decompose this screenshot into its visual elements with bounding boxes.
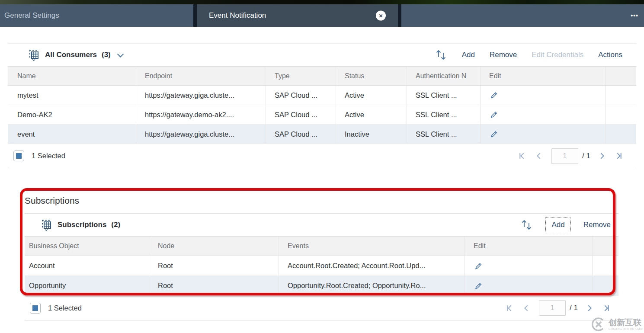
column-header-business-object[interactable]: Business Object [25, 237, 149, 256]
subscriptions-footer: 1 Selected / 1 [25, 296, 618, 320]
cell-status: Inactive [336, 125, 407, 144]
subscriptions-count-badge: (2) [111, 221, 120, 229]
cell-name: mytest [8, 86, 136, 105]
subscription-row-account[interactable]: Account Root Account.Root.Created; Accou… [25, 256, 618, 276]
edit-pencil-icon[interactable] [489, 129, 499, 139]
tab-general-settings[interactable]: General Settings [0, 4, 193, 27]
add-subscription-button[interactable]: Add [545, 218, 570, 232]
remove-subscription-button[interactable]: Remove [583, 221, 611, 229]
next-page-icon[interactable] [586, 304, 594, 312]
overflow-menu-icon[interactable]: ••• [631, 12, 638, 19]
background-image-strip [0, 0, 644, 4]
cell-status: Active [336, 105, 407, 124]
column-header-events[interactable]: Events [279, 237, 465, 256]
table-view-icon[interactable] [41, 219, 52, 231]
previous-page-icon[interactable] [535, 152, 543, 160]
subscriptions-table: Subscriptions (2) Add Remove [25, 213, 618, 320]
remove-consumer-button[interactable]: Remove [490, 51, 517, 59]
cell-empty [606, 86, 636, 105]
consumer-row-mytest[interactable]: mytest https://gateway.giga.cluste... SA… [8, 86, 636, 105]
consumers-count-badge: (3) [102, 51, 111, 59]
cell-endpoint: https://gateway.giga.cluste... [136, 86, 266, 105]
close-tab-button[interactable]: ✕ [376, 11, 386, 21]
last-page-icon[interactable] [615, 152, 623, 160]
cell-authentication: SSL Client ... [407, 125, 481, 144]
cell-status: Active [336, 86, 407, 105]
cell-edit [481, 125, 606, 144]
column-header-empty [593, 237, 618, 256]
subscriptions-title-group: Subscriptions (2) [41, 219, 120, 231]
first-page-icon[interactable] [505, 304, 513, 312]
consumer-row-demo-ak2[interactable]: Demo-AK2 https://gateway.demo-ak2.... SA… [8, 105, 636, 125]
page-number-input[interactable] [539, 300, 566, 316]
edit-pencil-icon[interactable] [489, 110, 499, 119]
cell-edit [465, 256, 593, 275]
cell-events: Opportunity.Root.Created; Opportunity.Ro… [279, 276, 465, 295]
cell-node: Root [149, 256, 279, 275]
subscription-row-opportunity[interactable]: Opportunity Root Opportunity.Root.Create… [25, 276, 618, 296]
select-all-checkbox[interactable] [13, 150, 24, 161]
cell-type: SAP Cloud ... [266, 86, 336, 105]
cell-edit [465, 276, 593, 295]
edit-pencil-icon[interactable] [474, 261, 483, 271]
column-header-type[interactable]: Type [266, 67, 336, 85]
edit-pencil-icon[interactable] [474, 281, 483, 291]
cell-empty [606, 105, 636, 124]
cell-business-object: Opportunity [25, 276, 149, 295]
column-header-edit[interactable]: Edit [481, 67, 606, 85]
actions-button[interactable]: Actions [598, 51, 622, 59]
cell-edit [481, 86, 606, 105]
column-header-edit[interactable]: Edit [465, 237, 593, 256]
cell-events: Account.Root.Created; Account.Root.Upd..… [279, 256, 465, 275]
cell-empty [593, 276, 618, 295]
next-page-icon[interactable] [598, 152, 606, 160]
tab-event-notification-label: Event Notification [209, 11, 266, 20]
cell-type: SAP Cloud ... [266, 105, 336, 124]
tab-bar-overflow-area: ••• [401, 4, 644, 27]
checkbox-partial-mark [32, 305, 38, 311]
column-header-authentication[interactable]: Authentication N [407, 67, 481, 85]
sort-icon[interactable] [521, 219, 533, 231]
consumers-title-group: All Consumers (3) [29, 49, 124, 61]
consumers-toolbar: All Consumers (3) Add Remove Edit [8, 44, 636, 66]
add-consumer-button[interactable]: Add [462, 51, 475, 59]
watermark-text: 创新互联 CHUANG XIN HU LIAN [609, 318, 643, 330]
subscriptions-header-row: Business Object Node Events Edit [25, 236, 618, 256]
subscriptions-section-title: Subscriptions [25, 188, 618, 213]
watermark-en-label: CHUANG XIN HU LIAN [609, 327, 643, 330]
watermark-cn-label: 创新互联 [609, 318, 641, 327]
watermark: 创新互联 CHUANG XIN HU LIAN [591, 317, 643, 332]
tab-event-notification[interactable]: Event Notification ✕ [197, 4, 398, 27]
first-page-icon[interactable] [518, 152, 526, 160]
page-number-input[interactable] [551, 148, 578, 164]
column-header-node[interactable]: Node [149, 237, 279, 256]
selected-count-label: 1 Selected [32, 152, 65, 160]
subscriptions-table-title: Subscriptions [58, 221, 106, 229]
subscriptions-paginator: / 1 [505, 300, 611, 316]
table-view-icon[interactable] [29, 49, 39, 61]
column-header-name[interactable]: Name [8, 67, 136, 85]
cell-endpoint: https://gateway.demo-ak2.... [136, 105, 266, 124]
last-page-icon[interactable] [602, 304, 611, 312]
cell-authentication: SSL Client ... [407, 86, 481, 105]
consumers-paginator: / 1 [518, 148, 623, 164]
column-header-status[interactable]: Status [336, 67, 407, 85]
consumer-row-event[interactable]: event https://gateway.giga.cluste... SAP… [8, 125, 636, 144]
select-all-checkbox[interactable] [30, 303, 41, 314]
close-icon: ✕ [378, 13, 383, 19]
column-header-endpoint[interactable]: Endpoint [136, 67, 266, 85]
cell-name: Demo-AK2 [8, 105, 136, 124]
consumers-footer: 1 Selected / 1 [8, 144, 636, 168]
edit-pencil-icon[interactable] [489, 90, 499, 100]
consumers-table: All Consumers (3) Add Remove Edit [8, 43, 636, 168]
cell-endpoint: https://gateway.giga.cluste... [136, 125, 266, 144]
screen: General Settings Event Notification ✕ ••… [0, 0, 644, 333]
selected-count-label: 1 Selected [48, 304, 82, 312]
column-header-empty [606, 67, 636, 85]
consumers-table-title: All Consumers [45, 51, 97, 59]
sort-icon[interactable] [435, 49, 447, 61]
previous-page-icon[interactable] [522, 304, 530, 312]
edit-credentials-button[interactable]: Edit Credentials [532, 51, 583, 59]
chevron-down-icon[interactable] [117, 53, 124, 58]
cell-authentication: SSL Client ... [407, 105, 481, 124]
